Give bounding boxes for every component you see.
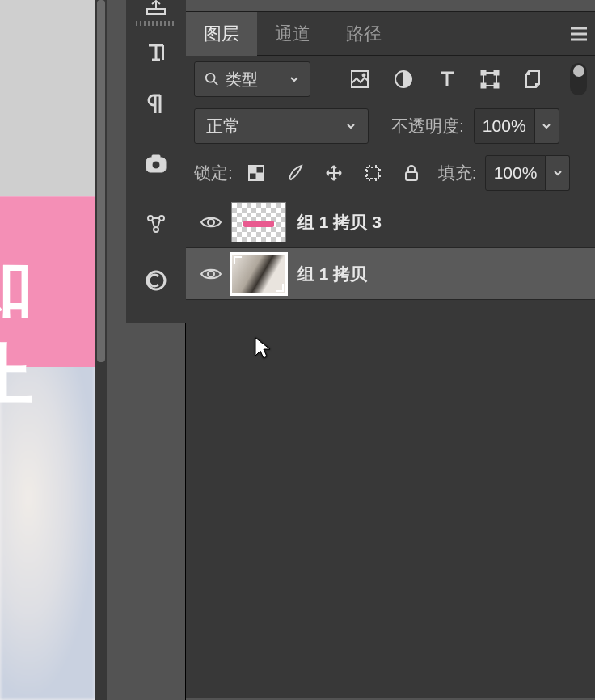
- tab-paths[interactable]: 路径: [328, 12, 399, 56]
- opacity-label: 不透明度:: [391, 115, 464, 137]
- svg-point-6: [154, 227, 158, 232]
- svg-rect-19: [256, 173, 264, 180]
- svg-rect-3: [152, 155, 160, 159]
- layers-panel: 图层 通道 路径 类型: [186, 0, 595, 700]
- tab-channels[interactable]: 通道: [257, 12, 328, 56]
- camera-icon[interactable]: [126, 145, 186, 183]
- mouse-cursor-icon: [254, 336, 272, 361]
- svg-rect-20: [367, 167, 378, 179]
- lock-artboard-icon[interactable]: [357, 158, 388, 188]
- svg-rect-14: [494, 70, 499, 75]
- opacity-value[interactable]: 100%: [474, 108, 535, 144]
- svg-point-22: [208, 219, 214, 226]
- opacity-input[interactable]: 100%: [474, 108, 559, 144]
- vertical-tool-strip: [126, 0, 186, 700]
- lock-position-icon[interactable]: [319, 158, 349, 188]
- svg-rect-18: [249, 166, 256, 173]
- paragraph-icon[interactable]: [126, 86, 186, 123]
- fill-dropdown[interactable]: [546, 155, 570, 191]
- svg-rect-0: [147, 9, 165, 14]
- layer-thumbnail[interactable]: [231, 202, 286, 242]
- svg-rect-15: [481, 83, 486, 88]
- fill-input[interactable]: 100%: [485, 155, 571, 191]
- fill-value[interactable]: 100%: [485, 155, 546, 191]
- filter-type-select[interactable]: 类型: [194, 61, 310, 97]
- layer-row[interactable]: 组 1 拷贝: [186, 248, 595, 300]
- panel-tabs: 图层 通道 路径: [186, 12, 595, 56]
- canvas-text-overlay: 如止: [0, 242, 95, 420]
- svg-point-23: [208, 271, 214, 277]
- svg-point-8: [206, 74, 215, 82]
- lock-all-icon[interactable]: [396, 158, 427, 188]
- canvas-vertical-scrollbar-thumb[interactable]: [97, 0, 105, 362]
- layer-filter-row: 类型: [186, 56, 595, 103]
- cc-icon[interactable]: [126, 262, 186, 299]
- share-icon[interactable]: [126, 205, 186, 242]
- lock-row: 锁定: 填充: 100%: [186, 150, 595, 196]
- panel-menu-icon[interactable]: [563, 12, 595, 56]
- visibility-toggle[interactable]: [192, 248, 230, 300]
- lock-label: 锁定:: [194, 162, 233, 184]
- blend-row: 正常 不透明度: 100%: [186, 103, 595, 150]
- text-tool-icon[interactable]: [126, 34, 186, 71]
- layer-name[interactable]: 组 1 拷贝: [298, 263, 367, 285]
- opacity-dropdown[interactable]: [535, 108, 559, 144]
- lock-transparency-icon[interactable]: [241, 158, 272, 188]
- filter-smartobject-icon[interactable]: [517, 61, 551, 97]
- filter-pixel-icon[interactable]: [343, 61, 377, 97]
- svg-point-10: [362, 74, 365, 77]
- filter-shape-icon[interactable]: [473, 61, 507, 97]
- blend-mode-value: 正常: [206, 115, 240, 137]
- visibility-toggle[interactable]: [192, 196, 230, 248]
- blend-mode-select[interactable]: 正常: [194, 108, 369, 144]
- tab-layers[interactable]: 图层: [186, 12, 257, 56]
- export-icon[interactable]: [126, 0, 186, 19]
- svg-rect-16: [494, 83, 499, 88]
- filter-toggle[interactable]: [570, 63, 587, 95]
- layer-row[interactable]: 组 1 拷贝 3: [186, 196, 595, 248]
- svg-rect-21: [406, 172, 417, 180]
- layers-list: 组 1 拷贝 3 组 1 拷贝: [186, 196, 595, 698]
- layer-thumbnail[interactable]: [231, 254, 286, 294]
- svg-point-2: [152, 161, 160, 169]
- svg-rect-13: [481, 70, 486, 75]
- filter-text-icon[interactable]: [430, 61, 464, 97]
- fill-label: 填充:: [438, 162, 477, 184]
- document-canvas[interactable]: 如止: [0, 0, 95, 700]
- layer-name[interactable]: 组 1 拷贝 3: [298, 211, 382, 234]
- filter-adjustment-icon[interactable]: [386, 61, 420, 97]
- lock-paint-icon[interactable]: [280, 158, 310, 188]
- filter-type-label: 类型: [226, 69, 258, 91]
